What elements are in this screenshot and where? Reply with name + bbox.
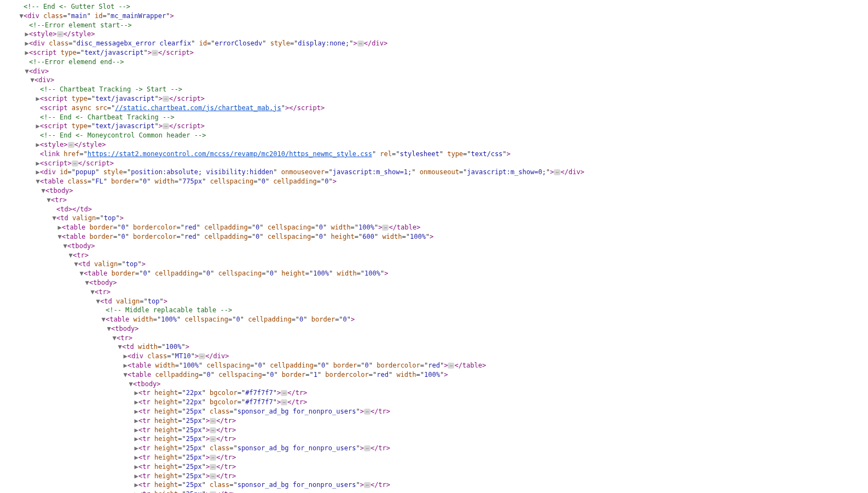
dom-tree-line[interactable]: ▼<tbody> (8, 278, 868, 288)
dom-tree-line[interactable]: <!--Error element start--> (8, 21, 868, 30)
dom-tree-line[interactable]: <!-- End <- Moneycontrol Common header -… (8, 131, 868, 140)
code-content[interactable]: <div class="MT10">⋯</div> (128, 352, 229, 360)
code-content[interactable]: <style>⋯</style> (40, 141, 106, 148)
dom-tree-line[interactable]: ▼<table class="FL" border="0" width="775… (8, 177, 868, 186)
code-content[interactable]: <tr height="25px" class="sponsor_ad_bg f… (138, 444, 390, 452)
code-content[interactable]: <!-- Middle replacable table --> (106, 306, 232, 314)
dom-tree-line[interactable]: ▶<tr height="22px" bgcolor="#f7f7f7">⋯</… (8, 398, 868, 407)
code-content[interactable]: <table width="100%" cellspacing="0" cell… (106, 316, 355, 323)
code-content[interactable]: <tr height="22px" bgcolor="#f7f7f7">⋯</t… (138, 398, 307, 406)
dom-tree-line[interactable]: ▼<tbody> (8, 186, 868, 196)
code-content[interactable]: <tr height="25px">⋯</tr> (138, 463, 236, 471)
dom-tree-line[interactable]: ▶<tr height="22px" bgcolor="#f7f7f7">⋯</… (8, 388, 868, 398)
code-content[interactable]: <table border="0" bordercolor="red" cell… (62, 233, 433, 240)
dom-tree-line[interactable]: ▶<tr height="25px" class="sponsor_ad_bg … (8, 480, 868, 490)
code-content[interactable]: <div class="disc_messagebx_error clearfi… (29, 39, 387, 47)
dom-tree-line[interactable]: ▶<tr height="25px">⋯</tr> (8, 426, 868, 435)
dom-tree-line[interactable]: ▼<td width="100%"> (8, 342, 868, 352)
dom-tree-line[interactable]: ▶<script type="text/javascript">⋯</scrip… (8, 122, 868, 131)
code-content[interactable]: <tr height="25px">⋯</tr> (138, 472, 236, 480)
dom-tree-line[interactable]: ▶<style>⋯</style> (8, 140, 868, 150)
dom-tree-line[interactable]: ▶<script type="text/javascript">⋯</scrip… (8, 48, 868, 58)
code-content[interactable]: <table border="0" bordercolor="red" cell… (62, 223, 420, 231)
code-content[interactable]: <table cellpadding="0" cellspacing="0" b… (128, 371, 448, 379)
dom-tree-line[interactable]: ▼<td valign="top"> (8, 297, 868, 306)
code-content[interactable]: <tr height="25px">⋯</tr> (138, 490, 236, 493)
code-content[interactable]: <tbody> (67, 242, 95, 250)
code-content[interactable]: <td></td> (56, 205, 92, 213)
dom-tree-line[interactable]: <!-- End <- Chartbeat Tracking --> (8, 113, 868, 122)
code-content[interactable]: <tr> (73, 251, 89, 259)
dom-tree-line[interactable]: <link href="https://stat2.moneycontrol.c… (8, 150, 868, 159)
code-content[interactable]: <td valign="top"> (56, 214, 124, 222)
code-content[interactable]: <style>⋯</style> (29, 30, 95, 38)
code-content[interactable]: <tr height="25px" class="sponsor_ad_bg f… (138, 481, 390, 489)
code-content[interactable]: <td valign="top"> (78, 260, 146, 268)
dom-tree-line[interactable]: ▼<div class="main" id="mc_mainWrapper"> (8, 12, 868, 21)
code-content[interactable]: <script type="text/javascript">⋯</script… (40, 122, 205, 130)
dom-tree-line[interactable]: ▼<table cellpadding="0" cellspacing="0" … (8, 370, 868, 380)
code-content[interactable]: <!-- End <- Gutter Slot --> (24, 3, 130, 10)
dom-tree-line[interactable]: ▶<tr height="25px">⋯</tr> (8, 416, 868, 426)
dom-tree-line[interactable]: ▼<div> (8, 67, 868, 76)
code-content[interactable]: <div> (29, 67, 49, 75)
code-content[interactable]: <tbody> (133, 380, 161, 388)
code-content[interactable]: <tbody> (45, 187, 73, 194)
code-content[interactable]: <tr height="25px">⋯</tr> (138, 417, 236, 425)
dom-tree-line[interactable]: ▶<script type="text/javascript">⋯</scrip… (8, 94, 868, 104)
code-content[interactable]: <!--Error element start--> (29, 21, 132, 29)
dom-tree-line[interactable]: ▶<style>⋯</style> (8, 30, 868, 39)
dom-tree-line[interactable]: ▶<tr height="25px">⋯</tr> (8, 490, 868, 493)
code-content[interactable]: <table width="100%" cellspacing="0" cell… (128, 362, 486, 369)
dom-tree-line[interactable]: ▶<tr height="25px">⋯</tr> (8, 434, 868, 444)
code-content[interactable]: <tr height="25px">⋯</tr> (138, 426, 236, 434)
code-content[interactable]: <tr height="25px" class="sponsor_ad_bg f… (138, 408, 390, 415)
dom-tree-line[interactable]: ▼<table width="100%" cellspacing="0" cel… (8, 315, 868, 324)
dom-tree-line[interactable]: ▼<div> (8, 76, 868, 85)
dom-tree-line[interactable]: <!--Error elemend end--> (8, 58, 868, 67)
dom-tree-line[interactable]: ▼<tr> (8, 288, 868, 297)
code-content[interactable]: <td valign="top"> (100, 297, 167, 305)
code-content[interactable]: <table class="FL" border="0" width="775p… (40, 177, 337, 185)
dom-tree-line[interactable]: ▶<table border="0" bordercolor="red" cel… (8, 223, 868, 232)
dom-tree-line[interactable]: ▼<tr> (8, 196, 868, 205)
dom-tree-line[interactable]: ▶<div class="disc_messagebx_error clearf… (8, 39, 868, 48)
code-content[interactable]: <script async src="//static.chartbeat.co… (40, 104, 325, 112)
code-content[interactable]: <td width="100%"> (122, 343, 189, 351)
code-content[interactable]: <!-- End <- Chartbeat Tracking --> (40, 113, 175, 121)
dom-tree-line[interactable]: ▶<div id="popup" style="position:absolut… (8, 168, 868, 177)
code-content[interactable]: <tbody> (111, 325, 139, 333)
code-content[interactable]: <div class="main" id="mc_mainWrapper"> (24, 12, 174, 20)
code-content[interactable]: <div id="popup" style="position:absolute… (40, 168, 585, 176)
code-content[interactable]: <script type="text/javascript">⋯</script… (29, 49, 194, 56)
dom-tree-line[interactable]: ▼<tbody> (8, 324, 868, 334)
dom-tree-line[interactable]: <!-- Chartbeat Tracking -> Start --> (8, 85, 868, 94)
dom-tree-line[interactable]: ▼<tbody> (8, 242, 868, 251)
code-content[interactable]: <tr> (51, 196, 67, 204)
code-content[interactable]: <tr> (117, 334, 132, 342)
dom-tree-line[interactable]: <!-- Middle replacable table --> (8, 306, 868, 315)
code-content[interactable]: <table border="0" cellpadding="0" cellsp… (84, 270, 388, 277)
dom-tree-line[interactable]: ▼<table border="0" bordercolor="red" cel… (8, 232, 868, 242)
dom-tree-line[interactable]: ▶<tr height="25px">⋯</tr> (8, 453, 868, 462)
dom-tree-line[interactable]: <!-- End <- Gutter Slot --> (8, 2, 868, 12)
dom-tree-line[interactable]: ▶<script>⋯</script> (8, 159, 868, 168)
code-content[interactable]: <div> (34, 76, 54, 84)
dom-tree-line[interactable]: ▼<tbody> (8, 380, 868, 389)
dom-tree-line[interactable]: ▶<tr height="25px" class="sponsor_ad_bg … (8, 444, 868, 453)
dom-tree-line[interactable]: ▶<tr height="25px">⋯</tr> (8, 472, 868, 481)
code-content[interactable]: <tr> (95, 288, 111, 296)
code-content[interactable]: <tr height="22px" bgcolor="#f7f7f7">⋯</t… (138, 389, 307, 397)
code-content[interactable]: <tr height="25px">⋯</tr> (138, 454, 236, 461)
dom-tree-line[interactable]: ▶<table width="100%" cellspacing="0" cel… (8, 361, 868, 370)
dom-tree-line[interactable]: ▼<td valign="top"> (8, 260, 868, 269)
dom-tree-line[interactable]: ▶<tr height="25px" class="sponsor_ad_bg … (8, 407, 868, 416)
code-content[interactable]: <!--Error elemend end--> (29, 58, 124, 66)
code-content[interactable]: <!-- Chartbeat Tracking -> Start --> (40, 85, 182, 93)
dom-tree-line[interactable]: ▶<div class="MT10">⋯</div> (8, 352, 868, 361)
code-content[interactable]: <script>⋯</script> (40, 159, 114, 167)
dom-tree-line[interactable]: <td></td> (8, 205, 868, 214)
code-content[interactable]: <script type="text/javascript">⋯</script… (40, 95, 205, 102)
code-content[interactable]: <tr height="25px">⋯</tr> (138, 435, 236, 443)
code-content[interactable]: <!-- End <- Moneycontrol Common header -… (40, 131, 206, 139)
